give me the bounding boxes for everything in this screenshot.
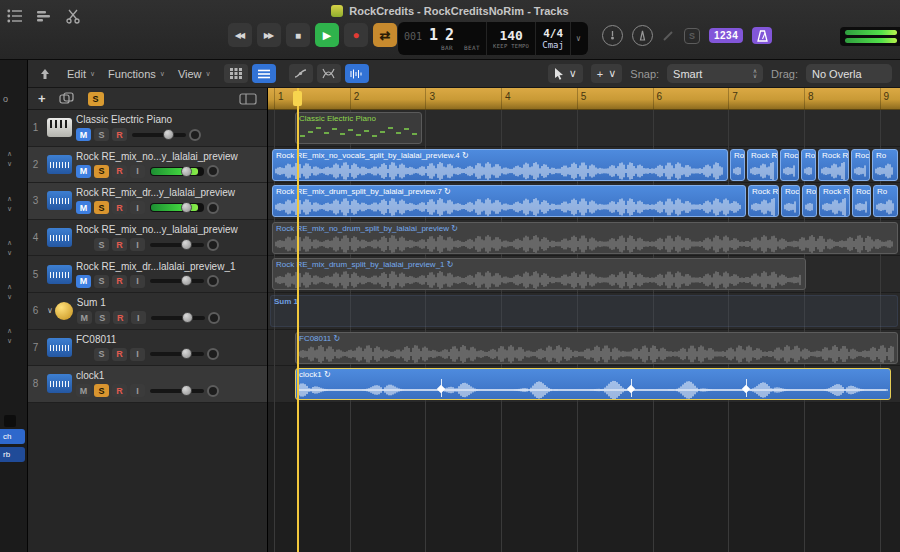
library-item[interactable]: rb [0, 447, 25, 462]
solo-button[interactable]: S [94, 128, 109, 141]
chevron-up-icon[interactable]: ∧ [7, 327, 12, 334]
catch-playhead-icon[interactable] [36, 66, 54, 82]
chevron-down-icon[interactable]: ∨ [7, 205, 12, 212]
region-ro[interactable]: Ro [802, 185, 817, 217]
chevron-up-icon[interactable]: ∧ [7, 195, 12, 202]
track-name[interactable]: Classic Electric Piano [76, 114, 264, 125]
region-ro[interactable]: Ro [873, 185, 898, 217]
lcd-tempo-display[interactable]: 140 KEEP TEMPO [487, 22, 536, 55]
solo-button[interactable]: S [94, 201, 109, 214]
metronome-icon[interactable] [632, 25, 653, 46]
region-sum-1[interactable]: Sum 1 [270, 295, 898, 327]
pan-knob[interactable] [207, 348, 219, 360]
mute-button[interactable]: M [76, 165, 91, 178]
volume-slider[interactable] [150, 352, 204, 356]
disclosure-chevron-icon[interactable]: ∨ [47, 306, 53, 315]
track-name[interactable]: FC08011 [76, 334, 264, 345]
track-name[interactable]: Sum 1 [77, 297, 264, 308]
volume-slider[interactable] [150, 243, 204, 247]
lcd-chevron-icon[interactable]: ∨ [571, 22, 586, 55]
region-ro[interactable]: Ro [872, 149, 898, 181]
region-roc[interactable]: Roc [851, 149, 870, 181]
record-enable-button[interactable]: R [112, 165, 127, 178]
track-name[interactable]: Rock RE_mix_dr...y_lalalai_preview [76, 187, 264, 198]
tuner-icon[interactable] [602, 25, 623, 46]
solo-button[interactable]: S [94, 275, 109, 288]
volume-knob[interactable] [181, 239, 192, 250]
volume-slider[interactable] [150, 389, 204, 393]
region-rock-re-mix-no-vocals-split-by[interactable]: Rock RE_mix_no_vocals_split_by_lalalai_p… [272, 149, 728, 181]
mute-button[interactable]: M [77, 311, 92, 324]
edit-menu[interactable]: Edit∨ [67, 68, 95, 80]
track-row[interactable]: 6∨Sum 1MSRI [28, 293, 267, 330]
input-monitor-button[interactable]: I [130, 348, 145, 361]
chevron-up-icon[interactable]: ∧ [7, 150, 12, 157]
library-item[interactable]: ch [0, 429, 25, 444]
volume-knob[interactable] [181, 166, 192, 177]
region-rock-re[interactable]: Rock RE [747, 149, 778, 181]
track-row[interactable]: 1Classic Electric PianoMSR [28, 110, 267, 147]
track-view-icon[interactable] [252, 64, 276, 83]
track-name[interactable]: Rock RE_mix_dr...lalalai_preview_1 [76, 261, 264, 272]
lcd-position-display[interactable]: 001 1 2 BAR BEAT [398, 22, 487, 55]
region-rock-re-mix-drum-split-by-lala[interactable]: Rock RE_mix_drum_split_by_lalalai_previe… [272, 258, 806, 290]
record-button[interactable]: ● [344, 23, 368, 47]
add-track-button[interactable]: + [38, 91, 46, 106]
cycle-button[interactable]: ⇄ [373, 23, 397, 47]
input-monitor-button[interactable]: I [130, 275, 145, 288]
region-rock-re-mix-drum-split-by-lala[interactable]: Rock RE_mix_drum_split_by_lalalai_previe… [272, 185, 746, 217]
input-monitor-button[interactable]: I [131, 311, 146, 324]
track-row[interactable]: 8clock1MSRI [28, 366, 267, 403]
record-enable-button[interactable]: R [112, 201, 127, 214]
global-solo-button[interactable]: S [88, 92, 104, 106]
stop-button[interactable]: ■ [286, 23, 310, 47]
track-name[interactable]: Rock RE_mix_no...y_lalalai_preview [76, 224, 264, 235]
mute-button[interactable]: M [76, 275, 91, 288]
region-rock-re[interactable]: Rock RE [748, 185, 779, 217]
volume-knob[interactable] [181, 275, 192, 286]
bar-ruler[interactable]: 123456789 [268, 88, 900, 110]
region-roc[interactable]: Roc [852, 185, 871, 217]
region-fc08011[interactable]: FC08011 ↻ [295, 332, 898, 364]
solo-button[interactable]: S [94, 348, 109, 361]
lcd-display[interactable]: 001 1 2 BAR BEAT 140 KEEP TEMPO 4/4 Cmaj… [398, 22, 588, 55]
volume-slider[interactable] [151, 316, 205, 320]
crossfade-icon[interactable] [317, 64, 341, 83]
volume-slider[interactable] [132, 133, 186, 137]
solo-button[interactable]: S [94, 165, 109, 178]
track-name[interactable]: Rock RE_mix_no...y_lalalai_preview [76, 151, 264, 162]
playhead-cap[interactable] [293, 91, 302, 106]
arrange-area[interactable]: Classic Electric PianoRock RE_mix_no_voc… [268, 88, 900, 552]
chevron-up-icon[interactable]: ∧ [7, 283, 12, 290]
region-rock-re[interactable]: Rock RE [819, 185, 850, 217]
volume-knob[interactable] [182, 312, 193, 323]
playhead[interactable] [297, 88, 299, 552]
solo-mode-icon[interactable]: S [684, 28, 700, 44]
rewind-button[interactable]: ◀◀ [228, 23, 252, 47]
region-rock-re-mix-no-drum-split-by-l[interactable]: Rock RE_mix_no_drum_split_by_lalalai_pre… [272, 222, 898, 254]
solo-button[interactable]: S [94, 238, 109, 251]
pan-knob[interactable] [207, 239, 219, 251]
region-roc[interactable]: Roc [730, 149, 745, 181]
input-monitor-button[interactable]: I [130, 238, 145, 251]
pan-knob[interactable] [189, 129, 201, 141]
track-row[interactable]: 4Rock RE_mix_no...y_lalalai_previewSRI [28, 220, 267, 257]
region-roc[interactable]: Roc [781, 185, 800, 217]
automation-icon[interactable] [289, 64, 313, 83]
region-clock1[interactable]: clock1 ↻ [295, 368, 891, 400]
drag-select[interactable]: No Overla [806, 64, 892, 83]
region-ro[interactable]: Ro [801, 149, 816, 181]
metronome-badge[interactable] [752, 27, 772, 44]
secondary-tool-menu[interactable]: +∨ [591, 64, 623, 83]
level-meter[interactable] [150, 167, 204, 176]
forward-button[interactable]: ▶▶ [257, 23, 281, 47]
record-enable-button[interactable]: R [112, 275, 127, 288]
input-monitor-button[interactable]: I [130, 201, 145, 214]
pan-knob[interactable] [208, 312, 220, 324]
snap-select[interactable]: Smart∧∨ [667, 64, 763, 83]
pan-knob[interactable] [207, 275, 219, 287]
track-row[interactable]: 7FC08011SRI [28, 330, 267, 367]
region-classic-electric-piano[interactable]: Classic Electric Piano [295, 112, 422, 144]
record-enable-button[interactable]: R [112, 238, 127, 251]
track-row[interactable]: 3Rock RE_mix_dr...y_lalalai_previewMSRI [28, 183, 267, 220]
